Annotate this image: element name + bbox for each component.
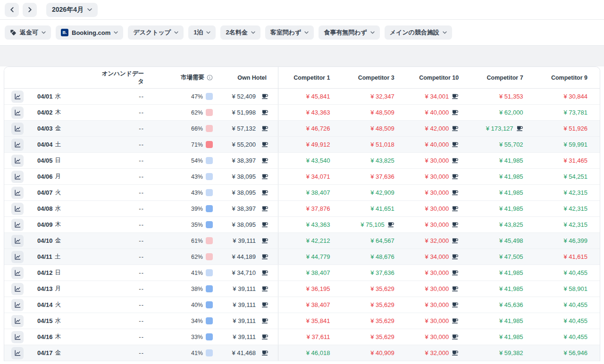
chart-button[interactable]: [11, 347, 24, 359]
competitor-price-cell: ¥ 35,629: [342, 329, 406, 345]
date-cell: 04/02木: [31, 105, 87, 120]
meal-plan-icon: [452, 238, 459, 244]
competitor-price-cell: ¥ 51,018: [342, 137, 406, 152]
date-cell: 04/06月: [31, 169, 87, 184]
filter-length-of-stay[interactable]: 1泊: [188, 25, 216, 40]
chart-button[interactable]: [11, 107, 24, 119]
own-price: ¥ 39,111: [233, 333, 256, 340]
chart-button[interactable]: [11, 251, 24, 263]
demand-indicator: [206, 285, 213, 292]
competitor-price-cell: ¥ 32,000: [407, 233, 471, 248]
competitor-price-cell: ¥ 41,985: [471, 313, 535, 329]
competitor-price: ¥ 34,071: [306, 173, 330, 180]
meal-plan-icon: [261, 125, 268, 132]
chart-button[interactable]: [11, 91, 24, 103]
chart-button[interactable]: [11, 139, 24, 151]
day-of-week-label: 土: [55, 141, 61, 149]
own-price-cell: ¥ 39,111: [218, 329, 278, 345]
competitor-price-cell: ¥ 30,000: [407, 297, 471, 313]
demand-percent: 71%: [191, 141, 203, 148]
competitor-price-cell: ¥ 41,985: [471, 329, 535, 345]
competitor-price: ¥ 42,315: [563, 205, 587, 212]
competitor-price-cell: ¥ 42,909: [342, 185, 406, 200]
filter-compset[interactable]: メインの競合施設: [385, 25, 452, 40]
info-icon[interactable]: [207, 74, 213, 81]
demand-cell: 43%: [149, 185, 218, 200]
competitor-price: ¥ 30,000: [425, 285, 449, 292]
competitor-price: ¥ 35,629: [370, 333, 394, 340]
filter-label: 2名料金: [226, 28, 247, 37]
filter-channel[interactable]: B. Booking.com: [56, 25, 123, 40]
chart-button[interactable]: [11, 155, 24, 167]
competitor-price: ¥ 41,985: [499, 333, 523, 340]
chart-button[interactable]: [11, 171, 24, 183]
competitor-price: ¥ 38,407: [306, 269, 330, 276]
own-price: ¥ 38,095: [232, 221, 256, 228]
row-chart-cell: [4, 329, 31, 345]
competitor-price-cell: ¥ 59,991: [536, 137, 600, 152]
demand-indicator: [206, 109, 213, 116]
competitor-price: ¥ 44,779: [306, 253, 330, 260]
competitor-price: ¥ 41,985: [499, 285, 523, 292]
competitor-price-cell: ¥ 40,455: [536, 329, 600, 345]
filter-guests[interactable]: 2名料金: [220, 25, 260, 40]
chart-button[interactable]: [11, 283, 24, 295]
column-header-date: [31, 67, 87, 88]
competitor-price-cell: ¥ 42,315: [536, 185, 600, 200]
competitor-price-cell: ¥ 36,195: [278, 281, 342, 297]
demand-percent: 61%: [191, 238, 203, 244]
own-price: ¥ 39,111: [233, 285, 256, 292]
chevron-down-icon: [370, 31, 375, 34]
competitor-price: ¥ 42,212: [306, 237, 330, 244]
competitor-price-cell: ¥ 35,841: [278, 313, 342, 329]
chart-button[interactable]: [11, 187, 24, 199]
chart-button[interactable]: [11, 267, 24, 279]
meal-plan-icon: [452, 270, 459, 276]
competitor-price-cell: ¥ 34,001: [407, 89, 471, 104]
prev-month-button[interactable]: [5, 3, 19, 17]
demand-cell: 35%: [149, 217, 218, 232]
meal-plan-icon: [261, 157, 268, 164]
date-cell: 04/13月: [31, 281, 87, 297]
onhand-cell: --: [87, 137, 149, 152]
filter-meal-plan[interactable]: 食事有無問わず: [319, 25, 380, 40]
competitor-price: ¥ 30,000: [425, 221, 449, 228]
competitor-price-cell: ¥ 48,509: [342, 121, 406, 136]
date-label: 04/10: [37, 237, 53, 244]
chevron-down-icon: [443, 31, 447, 34]
chart-button[interactable]: [11, 331, 24, 343]
onhand-cell: --: [87, 233, 149, 248]
chart-button[interactable]: [11, 315, 24, 327]
competitor-price: ¥ 40,455: [563, 301, 587, 308]
competitor-price: ¥ 40,000: [425, 109, 449, 116]
demand-cell: 41%: [149, 345, 218, 361]
date-label: 04/15: [37, 317, 53, 324]
own-price-cell: ¥ 41,468: [218, 345, 278, 361]
competitor-price-cell: ¥ 31,465: [536, 153, 600, 168]
chart-button[interactable]: [11, 219, 24, 231]
month-selector[interactable]: 2026年4月: [46, 3, 98, 17]
competitor-price: ¥ 51,353: [499, 93, 523, 100]
onhand-cell: --: [87, 217, 149, 232]
demand-indicator: [206, 93, 213, 100]
demand-indicator: [206, 189, 213, 196]
demand-percent: 33%: [191, 334, 203, 340]
next-month-button[interactable]: [23, 3, 37, 17]
column-header-competitor: Competitor 3: [342, 67, 406, 88]
competitor-price: ¥ 45,841: [306, 93, 330, 100]
chart-button[interactable]: [11, 123, 24, 135]
demand-cell: 33%: [149, 329, 218, 345]
filter-room-type[interactable]: 客室問わず: [265, 25, 314, 40]
filter-device[interactable]: デスクトップ: [128, 25, 184, 40]
competitor-price: ¥ 42,909: [370, 189, 394, 196]
chart-button[interactable]: [11, 299, 24, 311]
date-label: 04/16: [37, 333, 53, 340]
chart-button[interactable]: [11, 203, 24, 215]
onhand-cell: --: [87, 249, 149, 265]
filter-refundable[interactable]: 返金可: [5, 25, 51, 40]
chart-button[interactable]: [11, 235, 24, 247]
row-chart-cell: [4, 281, 31, 297]
day-of-week-label: 木: [55, 108, 61, 116]
demand-percent: 66%: [191, 125, 203, 132]
competitor-price-cell: ¥ 35,629: [342, 313, 406, 329]
